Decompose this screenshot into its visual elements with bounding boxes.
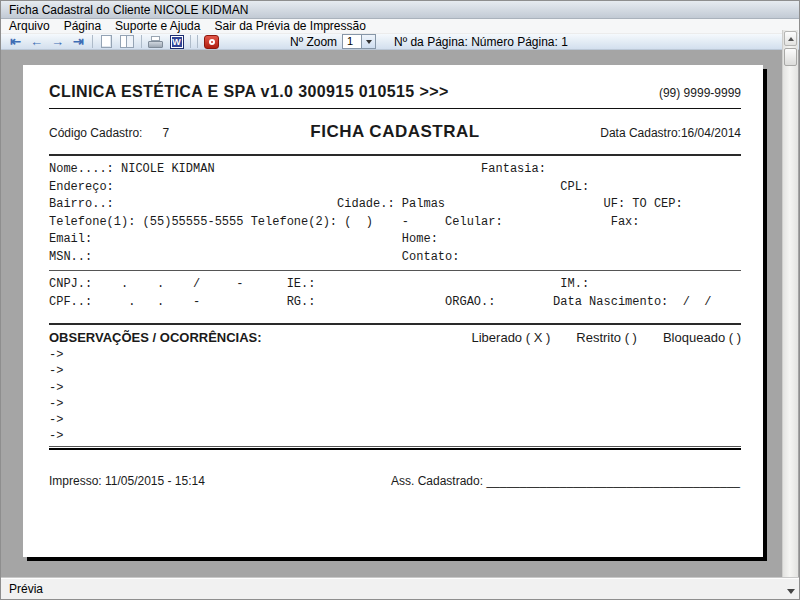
- scrollbar-thumb[interactable]: [784, 48, 797, 66]
- title-bar: Ficha Cadastral do Cliente NICOLE KIDMAN: [1, 1, 799, 19]
- print-button[interactable]: [145, 34, 166, 49]
- field-line-bairro: Bairro..: Cidade.: Palmas UF: TO CEP:: [49, 196, 741, 214]
- zoom-label: Nº Zoom: [290, 35, 337, 49]
- signature-line: Ass. Cadastrado: _______________________…: [391, 474, 740, 488]
- field-line-cnpj: CNPJ.: . . / - IE.: IM.:: [49, 276, 741, 294]
- status-flags: Liberado ( X ) Restrito ( ) Bloqueado ( …: [472, 330, 742, 345]
- previous-page-button[interactable]: ←: [26, 34, 47, 49]
- single-page-icon: [101, 35, 112, 48]
- menu-suporte-e-ajuda[interactable]: Suporte e Ajuda: [108, 19, 207, 34]
- printed-timestamp: Impresso: 11/05/2015 - 15:14: [49, 474, 391, 488]
- first-page-icon: ⇤: [10, 35, 21, 48]
- zoom-select[interactable]: 1: [342, 34, 376, 49]
- divider: [49, 154, 741, 156]
- chevron-down-icon[interactable]: [787, 589, 795, 594]
- toolbar-separator: [141, 35, 142, 48]
- next-page-icon: →: [51, 35, 64, 48]
- divider: [49, 323, 741, 325]
- flag-restrito: Restrito ( ): [576, 330, 637, 345]
- first-page-button[interactable]: ⇤: [5, 34, 26, 49]
- toolbar: ⇤ ← → ⇥ W Nº Zoom 1 Nº da Página: Número…: [1, 34, 799, 50]
- power-off-icon: [204, 35, 219, 49]
- menu-arquivo[interactable]: Arquivo: [1, 19, 57, 34]
- page-number-label: Nº da Página: Número Página: 1: [394, 35, 568, 49]
- chevron-down-icon: [366, 40, 372, 44]
- single-page-view-button[interactable]: [96, 34, 117, 49]
- field-line-telefone: Telefone(1): (55)55555-5555 Telefone(2):…: [49, 214, 741, 232]
- field-line-endereco: Endereço: CPL:: [49, 179, 741, 197]
- status-bar: Prévia: [1, 577, 799, 599]
- menu-pagina[interactable]: Página: [57, 19, 108, 34]
- field-line-email: Email: Home:: [49, 231, 741, 249]
- observation-lines: -> -> -> -> -> ->: [49, 347, 741, 445]
- company-name: CLINICA ESTÉTICA E SPA v1.0 300915 01051…: [49, 83, 449, 101]
- field-line-nome: Nome....: NICOLE KIDMAN Fantasia:: [49, 161, 741, 179]
- previous-page-icon: ←: [30, 35, 43, 48]
- printer-icon: [148, 36, 163, 48]
- registration-header-row: Código Cadastro:7 FICHA CADASTRAL Data C…: [49, 122, 741, 142]
- preview-area: CLINICA ESTÉTICA E SPA v1.0 300915 01051…: [1, 50, 799, 577]
- two-page-icon: [120, 35, 135, 48]
- two-page-view-button[interactable]: [117, 34, 138, 49]
- last-page-icon: ⇥: [73, 35, 84, 48]
- word-icon: W: [170, 35, 184, 49]
- zoom-value: 1: [343, 35, 361, 48]
- last-page-button[interactable]: ⇥: [68, 34, 89, 49]
- divider: [49, 108, 741, 109]
- company-phone: (99) 9999-9999: [659, 86, 741, 100]
- toolbar-separator: [197, 35, 198, 48]
- observations-row: OBSERVAÇÕES / OCORRÊNCIAS: Liberado ( X …: [49, 330, 741, 345]
- observations-label: OBSERVAÇÕES / OCORRÊNCIAS:: [49, 330, 262, 345]
- divider: [49, 446, 741, 450]
- field-line-msn: MSN..: Contato:: [49, 249, 741, 267]
- export-word-button[interactable]: W: [166, 34, 187, 49]
- document-header: CLINICA ESTÉTICA E SPA v1.0 300915 01051…: [49, 65, 741, 101]
- menu-bar: Arquivo Página Suporte e Ajuda Sair da P…: [1, 19, 799, 34]
- client-data-block: Nome....: NICOLE KIDMAN Fantasia:Endereç…: [49, 161, 741, 266]
- field-line-cpf: CPF..: . . - RG.: ORGAO.: Data Nasciment…: [49, 294, 741, 312]
- document-page: CLINICA ESTÉTICA E SPA v1.0 300915 01051…: [23, 65, 763, 557]
- data-cadastro: Data Cadastro:16/04/2014: [600, 126, 741, 140]
- vertical-scrollbar[interactable]: [782, 30, 798, 577]
- document-footer: Impresso: 11/05/2015 - 15:14 Ass. Cadast…: [49, 474, 741, 488]
- fiscal-data-block: CNPJ.: . . / - IE.: IM.:CPF..: . . - RG.…: [49, 276, 741, 311]
- divider: [49, 270, 741, 271]
- zoom-dropdown-button[interactable]: [361, 35, 375, 48]
- chevron-up-icon: [788, 37, 794, 41]
- scroll-up-button[interactable]: [784, 31, 797, 46]
- next-page-button[interactable]: →: [47, 34, 68, 49]
- flag-bloqueado: Bloqueado ( ): [663, 330, 741, 345]
- toolbar-separator: [190, 35, 191, 48]
- flag-liberado: Liberado ( X ): [472, 330, 551, 345]
- menu-sair-da-previa[interactable]: Sair da Prévia de Impressão: [207, 19, 372, 34]
- app-window: Ficha Cadastral do Cliente NICOLE KIDMAN…: [0, 0, 800, 600]
- window-title: Ficha Cadastral do Cliente NICOLE KIDMAN: [9, 3, 248, 17]
- close-preview-button[interactable]: [201, 34, 222, 49]
- status-text: Prévia: [9, 582, 43, 596]
- toolbar-separator: [92, 35, 93, 48]
